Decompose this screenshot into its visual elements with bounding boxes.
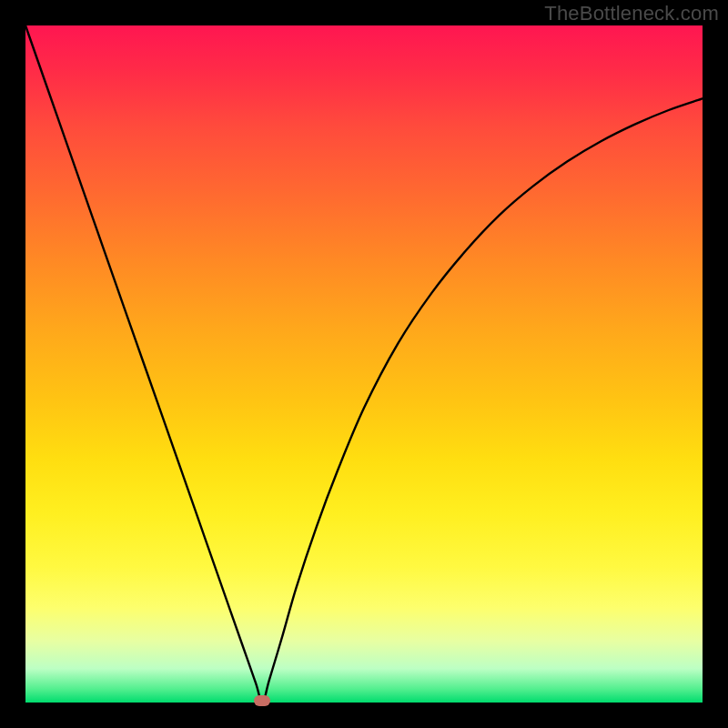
plot-area bbox=[25, 25, 703, 703]
optimum-marker bbox=[254, 695, 270, 706]
chart-frame: TheBottleneck.com bbox=[0, 0, 728, 728]
bottleneck-curve bbox=[25, 25, 703, 703]
attribution-text: TheBottleneck.com bbox=[544, 2, 719, 25]
